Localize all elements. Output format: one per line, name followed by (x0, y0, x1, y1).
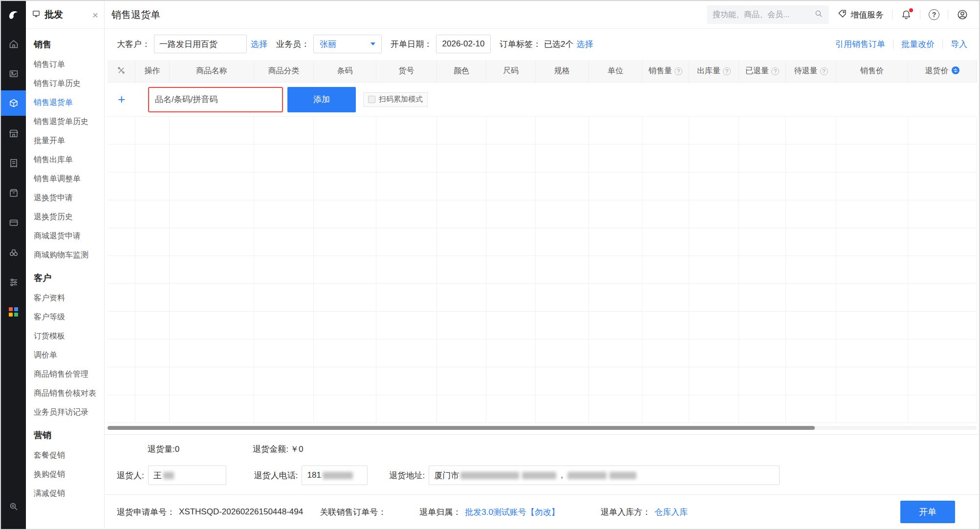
sidebar-header: 批发 (26, 1, 104, 29)
sliders-icon[interactable] (1, 267, 26, 297)
customer-select-link[interactable]: 选择 (251, 39, 267, 50)
home-icon[interactable] (1, 29, 26, 59)
import-link[interactable]: 导入 (951, 39, 967, 50)
col-operation: 操作 (135, 60, 170, 82)
col-unit: 单位 (589, 60, 642, 82)
col-product-name: 商品名称 (170, 60, 254, 82)
sidebar-item-salesman-visit[interactable]: 业务员拜访记录 (26, 403, 104, 422)
product-search-input[interactable] (148, 87, 283, 112)
sidebar-item-return-exchange-history[interactable]: 退换货历史 (26, 207, 104, 226)
sidebar-item-order-template[interactable]: 订货模板 (26, 326, 104, 345)
create-order-button[interactable]: 开单 (900, 501, 955, 523)
return-address-input[interactable]: 厦门市 , (429, 466, 780, 485)
binoculars-icon[interactable] (1, 237, 26, 267)
order-form-bar: 大客户： 选择 业务员： 张丽 开单日期： 订单标签： 已选2个 选择 引用销售… (105, 29, 979, 59)
sidebar: 批发 销售 销售订单 销售订单历史 销售退货单 销售退货单历史 批量开单 销售出… (26, 1, 105, 529)
footer-bar: 退货申请单号： XSTHSQD-20260226150448-494 关联销售订… (105, 494, 979, 529)
order-belong-value[interactable]: 批发3.0测试账号【勿改】 (465, 507, 560, 518)
sidebar-item-sale-price-manage[interactable]: 商品销售价管理 (26, 364, 104, 383)
sales-icon[interactable] (1, 90, 26, 116)
card-icon[interactable] (1, 208, 26, 237)
app-logo[interactable] (1, 1, 26, 29)
returner-label: 退货人: (117, 470, 144, 481)
sidebar-item-sales-order[interactable]: 销售订单 (26, 55, 104, 74)
sidebar-item-discount-promo[interactable]: 满减促销 (26, 484, 104, 503)
global-search-input[interactable] (713, 10, 814, 19)
divider (942, 39, 943, 49)
divider (893, 39, 893, 49)
sidebar-item-exchange-promo[interactable]: 换购促销 (26, 465, 104, 484)
add-row-plus-icon[interactable] (108, 92, 135, 107)
date-input[interactable] (436, 35, 491, 53)
scrollbar-thumb[interactable] (108, 426, 815, 430)
value-added-service[interactable]: 增值服务 (837, 9, 884, 21)
sidebar-item-sales-outbound[interactable]: 销售出库单 (26, 150, 104, 169)
items-table: 操作 商品名称 商品分类 条码 货号 颜色 尺码 规格 单位 销售量 出库量 已… (108, 60, 977, 430)
receipt-icon[interactable] (1, 148, 26, 178)
store-icon[interactable] (1, 118, 26, 148)
help-icon[interactable] (723, 67, 731, 75)
account-avatar[interactable] (957, 9, 968, 21)
sidebar-item-sales-return[interactable]: 销售退货单 (26, 93, 104, 112)
topbar: 销售退货单 增值服务 (105, 1, 979, 29)
tag-selected-count: 已选2个 (544, 39, 573, 50)
divider (948, 10, 948, 20)
close-icon[interactable] (92, 10, 98, 20)
col-size: 尺码 (486, 60, 536, 82)
app-window: 批发 销售 销售订单 销售订单历史 销售退货单 销售退货单历史 批量开单 销售出… (0, 0, 980, 530)
price-toggle-icon[interactable] (951, 66, 960, 77)
tools-icon[interactable] (116, 65, 126, 77)
batch-price-link[interactable]: 批量改价 (901, 39, 935, 50)
sidebar-item-sale-price-check[interactable]: 商品销售价核对表 (26, 383, 104, 403)
help-icon[interactable] (929, 9, 939, 20)
col-item-no: 货号 (376, 60, 437, 82)
col-outbound-qty: 出库量 (689, 60, 739, 82)
notification-dot (909, 8, 913, 12)
help-icon[interactable] (820, 67, 828, 75)
notification-bell[interactable] (901, 9, 912, 20)
redacted-text (460, 472, 519, 479)
sidebar-item-sales-order-history[interactable]: 销售订单历史 (26, 74, 104, 93)
sidebar-item-price-adjust[interactable]: 调价单 (26, 345, 104, 364)
return-qty-value: 0 (175, 445, 179, 454)
help-icon[interactable] (771, 67, 779, 75)
sidebar-menu: 销售 销售订单 销售订单历史 销售退货单 销售退货单历史 批量开单 销售出库单 … (26, 29, 104, 508)
apply-no-label: 退货申请单号： (117, 507, 175, 518)
sidebar-item-mall-return-apply[interactable]: 商城退货申请 (26, 226, 104, 245)
apps-icon[interactable] (1, 297, 26, 327)
sidebar-item-customer-info[interactable]: 客户资料 (26, 288, 104, 307)
help-icon[interactable] (675, 67, 682, 75)
scan-accumulate-toggle[interactable]: 扫码累加模式 (363, 92, 428, 107)
quote-sales-order-link[interactable]: 引用销售订单 (835, 39, 885, 50)
gallery-icon[interactable] (1, 59, 26, 88)
returner-input[interactable]: 王 (148, 466, 226, 485)
warehouse-method-value[interactable]: 仓库入库 (654, 507, 688, 518)
tag-select-link[interactable]: 选择 (576, 39, 593, 50)
sidebar-item-sales-return-history[interactable]: 销售退货单历史 (26, 112, 104, 131)
search-icon[interactable] (814, 9, 823, 20)
sidebar-item-mall-cart-monitor[interactable]: 商城购物车监测 (26, 245, 104, 264)
salesman-select[interactable]: 张丽 (313, 35, 382, 53)
sidebar-item-sales-adjustment[interactable]: 销售单调整单 (26, 169, 104, 188)
col-returned-qty: 已退量 (739, 60, 786, 82)
sidebar-item-customer-level[interactable]: 客户等级 (26, 307, 104, 326)
package-icon[interactable] (1, 178, 26, 208)
horizontal-scrollbar (108, 426, 977, 430)
global-search (707, 5, 829, 24)
add-product-row: 添加 扫码累加模式 (108, 83, 977, 117)
add-button[interactable]: 添加 (287, 87, 356, 112)
return-qty-label: 退货量: (148, 444, 175, 455)
search-list-icon[interactable] (1, 491, 26, 521)
value-added-label: 增值服务 (850, 9, 884, 21)
section-title-sales: 销售 (26, 31, 104, 55)
return-summary: 退货量: 0 退货金额: ￥0 退货人: 王 退货人电话: 181 退货地址: … (105, 434, 979, 485)
sidebar-item-return-exchange-apply[interactable]: 退换货申请 (26, 188, 104, 207)
sidebar-item-batch-billing[interactable]: 批量开单 (26, 131, 104, 150)
sidebar-item-combo-promo[interactable]: 套餐促销 (26, 445, 104, 465)
scan-mode-checkbox[interactable] (368, 96, 375, 103)
customer-input[interactable] (154, 35, 247, 53)
returner-phone-input[interactable]: 181 (302, 466, 368, 485)
redacted-text (610, 472, 636, 479)
redacted-text (163, 472, 174, 479)
col-barcode: 条码 (314, 60, 376, 82)
